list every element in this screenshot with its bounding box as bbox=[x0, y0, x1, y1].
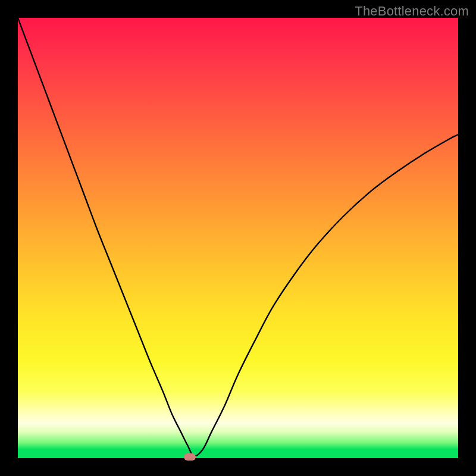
curve-svg bbox=[18, 18, 458, 458]
bottleneck-curve bbox=[18, 18, 458, 456]
chart-frame: TheBottleneck.com bbox=[0, 0, 476, 476]
plot-area bbox=[18, 18, 458, 458]
watermark-text: TheBottleneck.com bbox=[355, 4, 469, 19]
min-point-marker bbox=[184, 453, 196, 461]
